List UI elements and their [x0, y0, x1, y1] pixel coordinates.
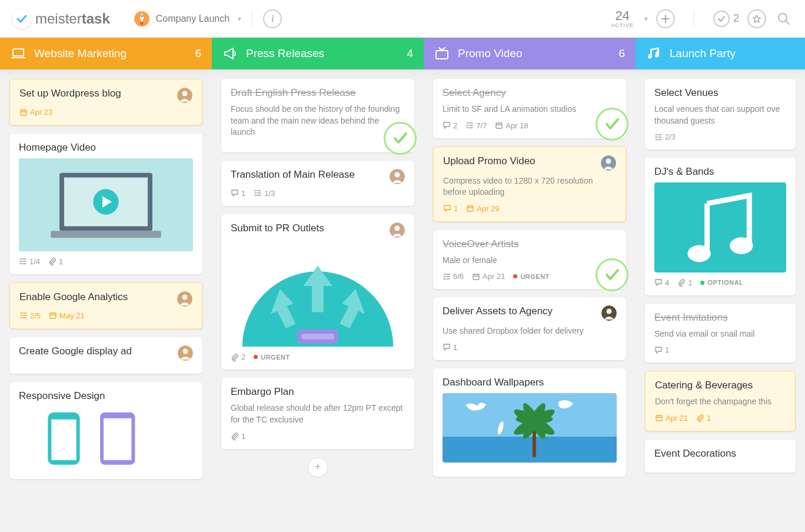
svg-rect-17: [51, 420, 76, 460]
column-header[interactable]: Promo Video 6: [424, 38, 636, 69]
card-meta: 27/7Apr 18: [443, 121, 617, 130]
card-title: Event Decorations: [654, 448, 786, 460]
task-card[interactable]: Deliver Assets to AgencyUse shared Dropb…: [433, 297, 626, 360]
task-card[interactable]: Select AgencyLimit to SF and LA animatio…: [433, 79, 626, 138]
topbar-right: 24 ACTIVE ▾ 2: [611, 9, 793, 28]
completed-check-icon: [596, 258, 628, 291]
task-card[interactable]: Responsive Design: [9, 382, 202, 479]
task-card[interactable]: Select VenuesLocal venues that can suppo…: [645, 79, 796, 149]
svg-rect-48: [656, 415, 662, 421]
meta-item: 2/5: [19, 311, 41, 320]
megaphone-icon: [222, 46, 238, 61]
meta-item: 7/7: [465, 121, 487, 130]
rocket-icon: [134, 11, 150, 27]
card-title: Enable Google Analytics: [19, 291, 192, 307]
svg-rect-32: [473, 274, 479, 280]
card-image: [19, 407, 193, 465]
completed-count[interactable]: 2: [713, 11, 739, 27]
assignee-avatar[interactable]: [390, 169, 405, 184]
meta-item: Apr 21: [472, 272, 505, 281]
task-card[interactable]: Submit to PR Outlets2URGENT: [221, 214, 414, 370]
task-card[interactable]: Draft English Press ReleaseFocus should …: [221, 79, 414, 152]
task-card[interactable]: Embargo PlanGlobal release should be aft…: [221, 378, 414, 448]
card-title: Select Venues: [654, 87, 786, 99]
tv-icon: [434, 46, 450, 61]
meta-item: 1: [654, 345, 669, 354]
board-column: Website Marketing 6 Set up Wordpress blo…: [0, 38, 212, 532]
info-button[interactable]: i: [263, 9, 282, 28]
column-body[interactable]: Draft English Press ReleaseFocus should …: [212, 69, 424, 532]
laptop-icon: [11, 46, 26, 61]
card-title: Draft English Press Release: [231, 87, 405, 99]
check-circle-icon: [713, 11, 730, 27]
svg-rect-26: [436, 51, 448, 59]
active-tasks-count[interactable]: 24 ACTIVE: [611, 9, 634, 28]
svg-point-5: [182, 91, 188, 97]
card-title: Responsive Design: [19, 390, 193, 402]
card-title: Create Google display ad: [19, 345, 193, 361]
add-button[interactable]: [656, 9, 675, 28]
project-selector[interactable]: Company Launch ▾: [134, 11, 241, 27]
star-button[interactable]: [747, 9, 766, 28]
task-card[interactable]: Event Decorations: [645, 440, 796, 473]
column-body[interactable]: Set up Wordpress blogApr 23Homepage Vide…: [0, 69, 212, 532]
svg-rect-10: [51, 231, 161, 238]
task-card[interactable]: Homepage Video1/41: [9, 134, 202, 274]
card-description: Don't forget the champagne this: [655, 396, 786, 408]
assignee-avatar[interactable]: [601, 155, 616, 171]
card-description: Send via email or snail mail: [654, 328, 786, 340]
meta-item: 1: [231, 432, 245, 441]
assignee-avatar[interactable]: [177, 291, 192, 307]
meta-item: 4: [654, 278, 669, 287]
card-title: Submit to PR Outlets: [231, 222, 405, 238]
column-header[interactable]: Website Marketing 6: [0, 38, 212, 69]
search-button[interactable]: [774, 9, 793, 28]
column-body[interactable]: Select VenuesLocal venues that can suppo…: [636, 69, 805, 532]
assignee-avatar[interactable]: [178, 345, 193, 361]
task-card[interactable]: VoiceOver ArtistsMale or female6/6Apr 21…: [433, 230, 626, 290]
meta-item: Apr 23: [19, 108, 52, 117]
completed-check-icon: [596, 108, 628, 141]
card-image: [443, 393, 617, 463]
assignee-avatar[interactable]: [601, 305, 617, 321]
app-logo[interactable]: meistertask: [12, 9, 110, 29]
task-card[interactable]: Enable Google Analytics2/5May 21: [9, 282, 202, 329]
task-card[interactable]: Create Google display ad: [9, 337, 202, 374]
column-body[interactable]: Select AgencyLimit to SF and LA animatio…: [424, 69, 636, 532]
card-description: Limit to SF and LA animation studios: [443, 104, 617, 115]
add-card-button[interactable]: +: [308, 457, 328, 477]
assignee-avatar[interactable]: [177, 88, 192, 103]
card-meta: 2/5May 21: [19, 311, 192, 320]
divider: [252, 10, 252, 28]
task-card[interactable]: Dashboard Wallpapers: [433, 368, 626, 477]
svg-point-1: [141, 15, 143, 17]
card-meta: 2URGENT: [231, 353, 405, 361]
task-card[interactable]: Upload Promo VideoCompress video to 1280…: [433, 147, 626, 222]
card-description: Compress video to 1280 x 720 resolution …: [443, 175, 616, 198]
task-card[interactable]: Set up Wordpress blogApr 23: [9, 79, 202, 125]
column-count: 6: [195, 47, 201, 60]
svg-rect-28: [496, 123, 502, 128]
task-card[interactable]: Translation of Main Release11/3: [221, 161, 414, 206]
card-title: Dashboard Wallpapers: [443, 377, 617, 388]
meta-item: 1: [443, 204, 458, 213]
card-meta: Apr 23: [19, 108, 192, 117]
svg-point-23: [395, 225, 400, 231]
card-description: Focus should be on the history of the fo…: [231, 104, 405, 138]
meta-item: 1: [231, 189, 245, 198]
column-header[interactable]: Press Releases 4: [212, 38, 424, 69]
assignee-avatar[interactable]: [390, 222, 405, 238]
svg-rect-6: [21, 110, 26, 115]
task-card[interactable]: Catering & BeveragesDon't forget the cha…: [645, 371, 796, 431]
column-title: Promo Video: [458, 47, 523, 60]
meta-item: Apr 18: [495, 121, 528, 130]
card-image: [231, 242, 405, 347]
svg-rect-13: [50, 313, 56, 318]
task-card[interactable]: Event InvitationsSend via email or snail…: [645, 304, 796, 363]
column-count: 6: [618, 47, 625, 60]
chevron-down-icon[interactable]: ▾: [644, 15, 648, 23]
task-card[interactable]: DJ's & Bands41OPTIONAL: [645, 158, 796, 295]
meta-item: 1: [48, 257, 63, 266]
column-header[interactable]: Launch Party: [636, 38, 805, 69]
board-column: Promo Video 6 Select AgencyLimit to SF a…: [424, 38, 636, 532]
